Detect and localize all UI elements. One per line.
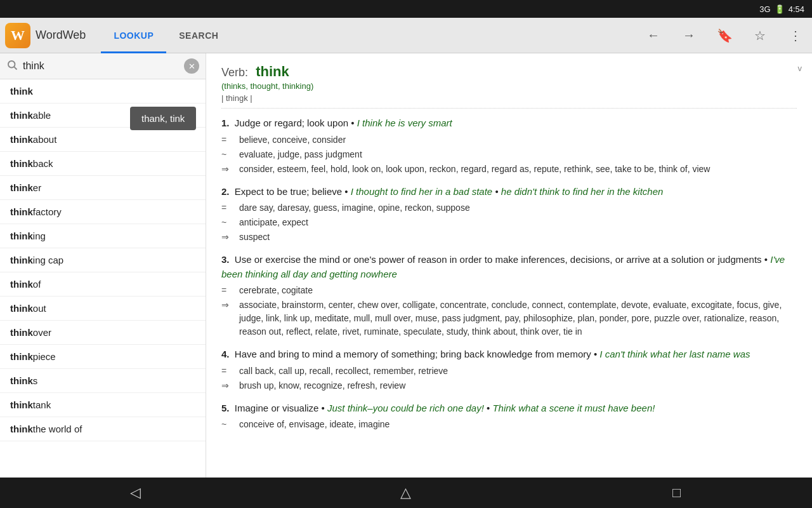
def-example: Just think–you could be rich one day!: [327, 403, 484, 413]
definition-text-2: 2. Expect to be true; believe • I though…: [221, 185, 797, 199]
word-bold-part: think: [10, 158, 33, 169]
definition-text-3: 3. Use or exercise the mind or one's pow…: [221, 253, 797, 281]
word-bold-part: think: [10, 375, 33, 386]
part-of-speech: Verb:: [221, 66, 248, 79]
list-item[interactable]: think over: [0, 321, 206, 345]
list-item[interactable]: think tank: [0, 393, 206, 417]
forward-nav-button[interactable]: →: [678, 24, 700, 47]
search-input[interactable]: [23, 60, 179, 72]
word-rest: about: [33, 134, 57, 145]
def-example: I've been thinking all day and getting n…: [221, 254, 785, 279]
list-item[interactable]: think out: [0, 297, 206, 321]
headword: think: [256, 64, 289, 79]
app-title: WordWeb: [36, 29, 86, 42]
word-bold-part: think: [10, 327, 33, 338]
tab-search[interactable]: SEARCH: [166, 18, 231, 53]
back-nav-button[interactable]: ←: [642, 24, 665, 47]
list-item[interactable]: think the world of: [0, 417, 206, 441]
top-bar: W WordWeb LOOKUP SEARCH ← → 🔖 ☆ ⋮: [0, 18, 812, 53]
def-relation: ~ evaluate, judge, pass judgment: [221, 148, 797, 161]
relation-symbol: =: [221, 364, 234, 378]
def-example-2: Think what a scene it must have been!: [492, 403, 655, 413]
word-bold-part: think: [10, 134, 33, 145]
bookmark-icon[interactable]: 🔖: [713, 24, 736, 47]
list-item[interactable]: think of: [0, 272, 206, 297]
list-item[interactable]: thinking cap: [0, 248, 206, 272]
def-relation: ~ conceive of, envisage, ideate, imagine: [221, 418, 797, 431]
relation-symbol: =: [221, 284, 234, 297]
relation-arrow: ⇒: [221, 163, 234, 176]
network-indicator: 3G: [759, 4, 770, 14]
more-options-icon[interactable]: ⋮: [784, 24, 807, 47]
nav-tabs: LOOKUP SEARCH: [101, 18, 231, 53]
list-item[interactable]: think about: [0, 128, 206, 152]
word-phonetic: | thingk |: [221, 93, 797, 109]
word-bold-part: think: [10, 231, 33, 241]
word-list: think thinkable think about think back t…: [0, 79, 206, 478]
definition-entry-2: 2. Expect to be true; believe • I though…: [221, 185, 797, 244]
word-rest: s: [33, 375, 38, 386]
relation-symbol: =: [221, 201, 234, 215]
word-header: Verb: think: [221, 64, 797, 80]
status-icons: 3G 🔋 4:54: [759, 4, 804, 14]
word-rest: tank: [33, 399, 51, 410]
list-item[interactable]: think: [0, 79, 206, 104]
relation-text: associate, brainstorm, center, chew over…: [239, 298, 797, 338]
word-rest: back: [33, 158, 53, 169]
system-home-button[interactable]: △: [381, 478, 431, 508]
word-rest: able: [33, 110, 51, 121]
tab-lookup[interactable]: LOOKUP: [101, 18, 166, 53]
word-bold-part: think: [10, 279, 33, 290]
sidebar: ✕ thank, tink think thinkable think abou…: [0, 53, 206, 478]
list-item[interactable]: thinking: [0, 224, 206, 248]
system-back-button[interactable]: ◁: [110, 478, 160, 508]
svg-line-1: [14, 67, 16, 69]
relation-symbol: ~: [221, 216, 234, 229]
list-item[interactable]: think factory: [0, 200, 206, 224]
def-relation: = believe, conceive, consider: [221, 133, 797, 147]
system-recents-button[interactable]: □: [652, 478, 702, 508]
top-bar-right: ← → 🔖 ☆ ⋮: [642, 24, 807, 47]
word-bold-part: think: [10, 255, 33, 265]
def-relation: ⇒ consider, esteem, feel, hold, look on,…: [221, 163, 797, 176]
favorite-icon[interactable]: ☆: [749, 24, 771, 47]
def-relation: ⇒ associate, brainstorm, center, chew ov…: [221, 298, 797, 338]
definition-text-4: 4. Have and bring to mind a memory of so…: [221, 347, 797, 362]
def-number: 1.: [221, 117, 230, 128]
relation-text: call back, call up, recall, recollect, r…: [239, 364, 448, 378]
list-item[interactable]: think piece: [0, 345, 206, 369]
relation-symbol: ~: [221, 418, 234, 431]
relation-arrow: ⇒: [221, 379, 234, 392]
search-bar: ✕: [0, 53, 206, 79]
def-number: 5.: [221, 403, 230, 413]
list-item[interactable]: thinker: [0, 176, 206, 200]
def-example-2: he didn't think to find her in the kitch…: [501, 186, 664, 197]
def-example: I thought to find her in a bad state: [351, 186, 493, 197]
word-rest: over: [33, 327, 51, 338]
list-item[interactable]: think back: [0, 152, 206, 176]
def-relation: = dare say, daresay, guess, imagine, opi…: [221, 201, 797, 215]
word-bold-part: think: [10, 206, 33, 217]
word-forms: (thinks, thought, thinking): [221, 81, 797, 91]
status-bar: 3G 🔋 4:54: [0, 0, 812, 18]
def-relation: ⇒ suspect: [221, 231, 797, 244]
list-item[interactable]: thinks: [0, 369, 206, 393]
bottom-nav-bar: ◁ △ □: [0, 478, 812, 508]
word-bold-part: think: [10, 399, 33, 410]
battery-icon: 🔋: [775, 4, 785, 14]
clear-search-button[interactable]: ✕: [184, 58, 199, 74]
word-rest: factory: [33, 206, 62, 217]
def-relation: = cerebrate, cogitate: [221, 284, 797, 297]
search-icon: [6, 59, 18, 73]
word-bold-part: think: [10, 110, 33, 121]
relation-text: evaluate, judge, pass judgment: [239, 148, 362, 161]
word-bold-part: think: [10, 303, 33, 314]
def-number: 4.: [221, 349, 230, 359]
word-rest: of: [33, 279, 41, 290]
word-bold-part: think: [10, 424, 33, 434]
word-bold-part: think: [10, 182, 33, 193]
word-rest: out: [33, 303, 46, 314]
suggestion-tooltip: thank, tink: [130, 107, 196, 130]
word-bold-part: think: [10, 351, 33, 362]
def-number: 2.: [221, 186, 230, 197]
